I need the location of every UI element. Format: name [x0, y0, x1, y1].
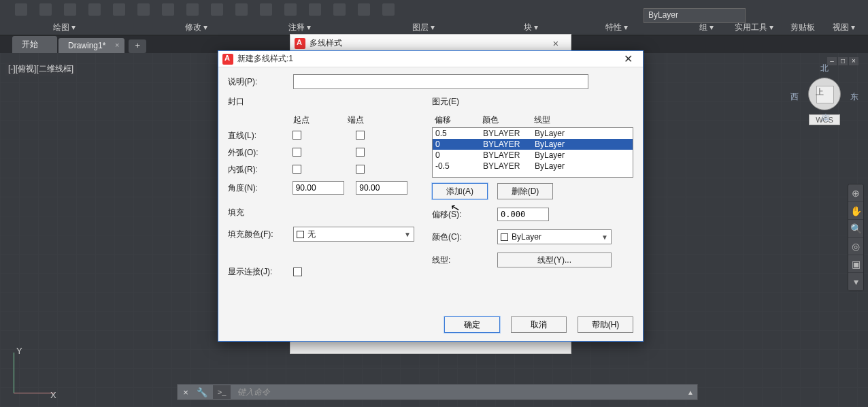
- offset-input[interactable]: [497, 208, 549, 221]
- color-label: 颜色(C):: [432, 231, 497, 243]
- caps-inner-start-checkbox[interactable]: [293, 165, 301, 174]
- axis-y-label: Y: [16, 346, 22, 356]
- command-bar[interactable]: × 🔧 >_ 键入命令 ▲: [177, 384, 698, 400]
- table-row[interactable]: 0.5BYLAYERByLayer: [433, 128, 633, 139]
- nav-more-icon[interactable]: ▾: [848, 273, 863, 291]
- chevron-down-icon: ▼: [404, 231, 411, 238]
- file-tab-start-label: 开始: [22, 39, 38, 49]
- joints-label: 显示连接(J):: [228, 266, 293, 278]
- viewcube-area: – □ × 北 东 南 西 上 WCS: [790, 60, 858, 125]
- minimize-icon[interactable]: –: [827, 57, 837, 65]
- close-icon[interactable]: ✕: [617, 52, 639, 65]
- viewcube-south[interactable]: 南: [822, 112, 830, 124]
- linetype-button[interactable]: 线型(Y)...: [497, 253, 612, 267]
- new-multiline-style-dialog: 新建多线样式:1 ✕ 说明(P): 封口 起点 端点 直线(L):: [218, 50, 644, 342]
- caps-header: 封口: [228, 96, 420, 108]
- caps-line-label: 直线(L):: [228, 130, 293, 142]
- view-label[interactable]: [-][俯视][二维线框]: [5, 63, 76, 76]
- fill-header: 填充: [228, 207, 420, 218]
- file-tab-start[interactable]: 开始: [12, 36, 57, 53]
- table-row[interactable]: 0BYLAYERByLayer: [433, 139, 633, 150]
- navigation-bar: ⊕ ✋ 🔍 ◎ ▣ ▾: [848, 184, 864, 291]
- close-icon[interactable]: ×: [545, 37, 567, 49]
- description-label: 说明(P):: [228, 76, 293, 88]
- nav-full-icon[interactable]: ⊕: [848, 184, 863, 202]
- ribbon-tab-group[interactable]: 组 ▾: [694, 20, 719, 35]
- cancel-button[interactable]: 取消: [511, 316, 567, 333]
- joints-checkbox[interactable]: [293, 267, 302, 276]
- ribbon: ByLayer 绘图 ▾ 修改 ▾ 注释 ▾ 图层 ▾ 块 ▾ 特性 ▾ 组 ▾…: [0, 0, 868, 35]
- caps-inner-label: 内弧(R):: [228, 164, 293, 176]
- nav-orbit-icon[interactable]: ◎: [848, 238, 863, 255]
- app-icon: [222, 54, 233, 65]
- ribbon-tab-properties[interactable]: 特性 ▾: [600, 20, 633, 35]
- close-icon[interactable]: ×: [849, 57, 858, 65]
- cmdbar-close-icon[interactable]: ×: [178, 387, 194, 397]
- col-linetype: 线型: [534, 114, 582, 126]
- delete-button[interactable]: 删除(D): [497, 183, 553, 199]
- viewcube-north[interactable]: 北: [820, 63, 829, 74]
- ribbon-tab-layer[interactable]: 图层 ▾: [407, 20, 440, 35]
- add-button[interactable]: 添加(A): [432, 183, 488, 199]
- new-tab-button[interactable]: +: [129, 39, 146, 53]
- ribbon-tab-view[interactable]: 视图 ▾: [827, 20, 861, 35]
- fill-label: 填充颜色(F):: [228, 229, 293, 240]
- ribbon-tab-utilities[interactable]: 实用工具 ▾: [729, 20, 779, 35]
- caps-angle-label: 角度(N):: [228, 182, 293, 194]
- caps-line-start-checkbox[interactable]: [293, 131, 301, 140]
- close-icon[interactable]: ×: [115, 41, 119, 49]
- elements-header: 图元(E): [432, 96, 633, 108]
- viewcube-west[interactable]: 西: [790, 91, 799, 103]
- cmdbar-search-icon[interactable]: 🔧: [194, 387, 210, 397]
- table-row[interactable]: 0BYLAYERByLayer: [433, 150, 633, 161]
- color-swatch-icon: [501, 233, 508, 241]
- caps-line-end-checkbox[interactable]: [356, 131, 365, 140]
- nav-pan-icon[interactable]: ✋: [848, 202, 863, 220]
- axis-x-label: X: [50, 390, 56, 400]
- file-tab-drawing-label: Drawing1*: [68, 41, 105, 50]
- dialog-title: 新建多线样式:1: [237, 53, 617, 65]
- viewcube[interactable]: [808, 78, 841, 110]
- cmdbar-input[interactable]: 键入命令: [233, 387, 684, 398]
- ribbon-tab-draw[interactable]: 绘图 ▾: [48, 20, 81, 35]
- caps-outer-start-checkbox[interactable]: [293, 148, 301, 157]
- linetype-label: 线型:: [432, 255, 497, 266]
- viewcube-east[interactable]: 东: [850, 91, 858, 103]
- file-tab-drawing[interactable]: Drawing1* ×: [59, 38, 124, 53]
- app-icon: [295, 38, 305, 49]
- offset-label: 偏移(S):: [432, 209, 497, 221]
- description-input[interactable]: [293, 74, 588, 89]
- table-row[interactable]: -0.5BYLAYERByLayer: [433, 161, 633, 172]
- caps-inner-end-checkbox[interactable]: [356, 165, 365, 174]
- color-select[interactable]: ByLayer ▼: [497, 229, 612, 244]
- ribbon-tab-annotate[interactable]: 注释 ▾: [283, 20, 316, 35]
- fill-value: 无: [307, 229, 316, 240]
- caps-end-label: 端点: [348, 114, 364, 126]
- caps-outer-label: 外弧(O):: [228, 147, 293, 159]
- col-color: 颜色: [482, 114, 533, 126]
- ucs-gizmo: Y X: [7, 346, 61, 400]
- cmdbar-history-icon[interactable]: ▲: [684, 389, 697, 396]
- help-button[interactable]: 帮助(H): [578, 316, 633, 333]
- color-value: ByLayer: [512, 232, 541, 242]
- fill-color-select[interactable]: 无 ▼: [293, 227, 414, 242]
- nav-zoom-icon[interactable]: 🔍: [848, 220, 863, 238]
- caps-angle-start-input[interactable]: [293, 181, 344, 195]
- cmdbar-prompt-icon: >_: [213, 385, 231, 399]
- caps-angle-end-input[interactable]: [356, 181, 407, 195]
- nav-showmotion-icon[interactable]: ▣: [848, 255, 863, 273]
- back-dialog-title: 多线样式: [310, 37, 545, 49]
- bylayer-value: ByLayer: [648, 10, 678, 20]
- ribbon-tab-block[interactable]: 块 ▾: [518, 20, 544, 35]
- col-offset: 偏移: [435, 114, 481, 126]
- ribbon-tab-modify[interactable]: 修改 ▾: [180, 20, 213, 35]
- viewcube-top-face[interactable]: 上: [816, 86, 824, 98]
- elements-list[interactable]: 0.5BYLAYERByLayer0BYLAYERByLayer0BYLAYER…: [432, 127, 633, 178]
- caps-start-label: 起点: [293, 114, 310, 126]
- caps-outer-end-checkbox[interactable]: [356, 148, 365, 157]
- fill-swatch-icon: [297, 231, 304, 238]
- restore-icon[interactable]: □: [838, 57, 848, 65]
- ok-button[interactable]: 确定: [444, 316, 500, 333]
- ribbon-tab-clipboard[interactable]: 剪贴板: [785, 20, 820, 35]
- chevron-down-icon: ▼: [601, 233, 608, 241]
